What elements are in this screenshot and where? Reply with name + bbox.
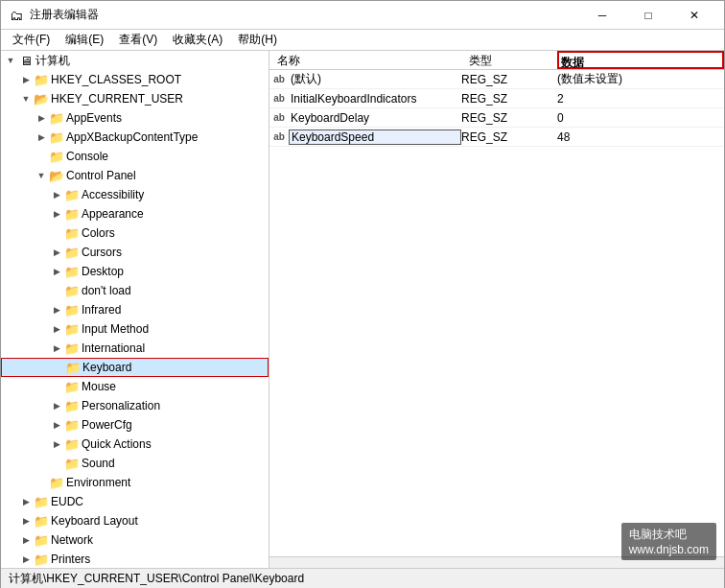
tree-label-inputmethod: Input Method (82, 322, 149, 336)
menu-bar: 文件(F) 编辑(E) 查看(V) 收藏夹(A) 帮助(H) (1, 30, 724, 51)
folder-icon-acc: 📁 (64, 187, 80, 202)
menu-edit[interactable]: 编辑(E) (58, 30, 111, 50)
folder-icon-hkcu: 📂 (34, 91, 49, 106)
folder-icon-kbl: 📁 (34, 513, 49, 529)
reg-name-kb-delay: KeyboardDelay (289, 111, 461, 125)
folder-icon-quickactions: 📁 (64, 436, 80, 452)
tree-label-printers: Printers (51, 553, 90, 566)
tree-label-personalization: Personalization (82, 399, 160, 412)
tree-label-environment: Environment (66, 476, 130, 489)
tree-label-console: Console (66, 150, 108, 163)
maximize-button[interactable]: □ (626, 1, 670, 30)
reg-row-kb-delay[interactable]: ab KeyboardDelay REG_SZ 0 (269, 108, 724, 128)
column-headers: 名称 类型 数据 (269, 51, 724, 70)
reg-data-kb-delay: 0 (557, 111, 724, 125)
reg-data-kb-speed: 48 (557, 130, 724, 144)
tree-item-environment[interactable]: 📁 Environment (1, 473, 269, 492)
expander-eudc: ▶ (18, 494, 34, 509)
tree-label-acc: Accessibility (82, 188, 144, 201)
tree-item-colors[interactable]: 📁 Colors (1, 223, 269, 243)
expander-sound (49, 456, 64, 471)
folder-icon-appxbackup: 📁 (49, 129, 64, 145)
folder-icon-mouse: 📁 (64, 379, 80, 394)
reg-row-kb-speed[interactable]: ab KeyboardSpeed REG_SZ 48 (269, 128, 724, 147)
tree-item-appearance[interactable]: ▶ 📁 Appearance (1, 204, 269, 223)
title-bar: 🗂 注册表编辑器 ─ □ ✕ (1, 1, 724, 30)
tree-label-cp: Control Panel (66, 169, 136, 182)
folder-icon-cursors: 📁 (64, 245, 80, 260)
registry-values-list[interactable]: ab (默认) REG_SZ (数值未设置) ab InitialKeyboar… (269, 70, 724, 556)
folder-icon-printers: 📁 (34, 552, 49, 567)
tree-label-hkcr: HKEY_CLASSES_ROOT (51, 73, 181, 86)
tree-item-international[interactable]: ▶ 📁 International (1, 339, 269, 358)
menu-view[interactable]: 查看(V) (111, 30, 165, 50)
tree-item-control-panel[interactable]: ▼ 📂 Control Panel (1, 166, 269, 185)
folder-icon-environment: 📁 (49, 475, 64, 490)
tree-item-quickactions[interactable]: ▶ 📁 Quick Actions (1, 435, 269, 454)
tree-label-colors: Colors (82, 226, 115, 240)
tree-label-international: International (82, 341, 145, 355)
tree-label-infrared: Infrared (82, 303, 121, 317)
tree-item-keyboardlayout[interactable]: ▶ 📁 Keyboard Layout (1, 511, 269, 530)
folder-icon-dontload: 📁 (64, 283, 80, 298)
tree-item-appxbackup[interactable]: ▶ 📁 AppXBackupContentType (1, 128, 269, 147)
tree-panel[interactable]: ▼ 🖥 计算机 ▶ 📁 HKEY_CLASSES_ROOT ▼ 📂 HKEY_C… (1, 51, 269, 568)
tree-item-console[interactable]: 📁 Console (1, 147, 269, 166)
tree-item-personalization[interactable]: ▶ 📁 Personalization (1, 396, 269, 415)
close-button[interactable]: ✕ (672, 1, 716, 30)
tree-label-appearance: Appearance (82, 207, 144, 221)
expander-international: ▶ (49, 341, 64, 356)
tree-item-keyboard[interactable]: 📁 Keyboard (1, 358, 269, 377)
expander-powercfg: ▶ (49, 417, 64, 433)
expander-printers: ▶ (18, 552, 34, 567)
tree-item-network[interactable]: ▶ 📁 Network (1, 530, 269, 550)
expander-infrared: ▶ (49, 302, 64, 318)
expander-personalization: ▶ (49, 398, 64, 413)
tree-item-accessibility[interactable]: ▶ 📁 Accessibility (1, 185, 269, 204)
tree-label-computer: 计算机 (35, 53, 70, 69)
app-icon: 🗂 (9, 8, 24, 23)
tree-item-computer[interactable]: ▼ 🖥 计算机 (1, 51, 269, 70)
right-panel: 名称 类型 数据 ab (默认) REG_SZ (数值未设置) ab Initi… (269, 51, 724, 568)
folder-icon-inputmethod: 📁 (64, 321, 80, 337)
tree-label-appevents: AppEvents (66, 111, 122, 125)
expander-dontload (49, 283, 64, 298)
tree-item-sound[interactable]: 📁 Sound (1, 454, 269, 473)
tree-item-infrared[interactable]: ▶ 📁 Infrared (1, 300, 269, 319)
tree-label-quickactions: Quick Actions (82, 437, 152, 451)
tree-item-printers[interactable]: ▶ 📁 Printers (1, 550, 269, 568)
expander-appearance: ▶ (49, 206, 64, 222)
folder-icon-personalization: 📁 (64, 398, 80, 413)
tree-label-mouse: Mouse (82, 380, 116, 393)
tree-label-network: Network (51, 533, 93, 547)
expander-desktop: ▶ (49, 264, 64, 279)
reg-row-initial-kb[interactable]: ab InitialKeyboardIndicators REG_SZ 2 (269, 89, 724, 108)
menu-file[interactable]: 文件(F) (5, 30, 58, 50)
tree-label-sound: Sound (82, 457, 115, 470)
folder-icon-appevents: 📁 (49, 110, 64, 126)
tree-item-powercfg[interactable]: ▶ 📁 PowerCfg (1, 415, 269, 435)
tree-item-mouse[interactable]: 📁 Mouse (1, 377, 269, 396)
horizontal-scrollbar[interactable] (269, 556, 724, 568)
menu-help[interactable]: 帮助(H) (230, 30, 285, 50)
reg-name-kb-speed: KeyboardSpeed (289, 129, 461, 145)
tree-item-cursors[interactable]: ▶ 📁 Cursors (1, 243, 269, 262)
folder-icon-network: 📁 (34, 532, 49, 548)
menu-favorites[interactable]: 收藏夹(A) (165, 30, 230, 50)
reg-name-initial-kb: InitialKeyboardIndicators (289, 92, 461, 106)
main-content: ▼ 🖥 计算机 ▶ 📁 HKEY_CLASSES_ROOT ▼ 📂 HKEY_C… (1, 51, 724, 568)
reg-data-default: (数值未设置) (557, 71, 724, 87)
reg-icon-initial-kb: ab (269, 93, 289, 104)
minimize-button[interactable]: ─ (580, 1, 624, 30)
tree-item-desktop[interactable]: ▶ 📁 Desktop (1, 262, 269, 281)
reg-data-initial-kb: 2 (557, 92, 724, 106)
tree-item-hkey-current-user[interactable]: ▼ 📂 HKEY_CURRENT_USER (1, 89, 269, 108)
expander-appxbackup: ▶ (34, 129, 49, 145)
tree-item-inputmethod[interactable]: ▶ 📁 Input Method (1, 319, 269, 339)
tree-item-eudc[interactable]: ▶ 📁 EUDC (1, 492, 269, 511)
tree-item-appevents[interactable]: ▶ 📁 AppEvents (1, 108, 269, 128)
tree-item-dontload[interactable]: 📁 don't load (1, 281, 269, 300)
tree-item-hkey-classes-root[interactable]: ▶ 📁 HKEY_CLASSES_ROOT (1, 70, 269, 89)
reg-row-default[interactable]: ab (默认) REG_SZ (数值未设置) (269, 70, 724, 89)
expander-hkcu: ▼ (18, 91, 34, 106)
